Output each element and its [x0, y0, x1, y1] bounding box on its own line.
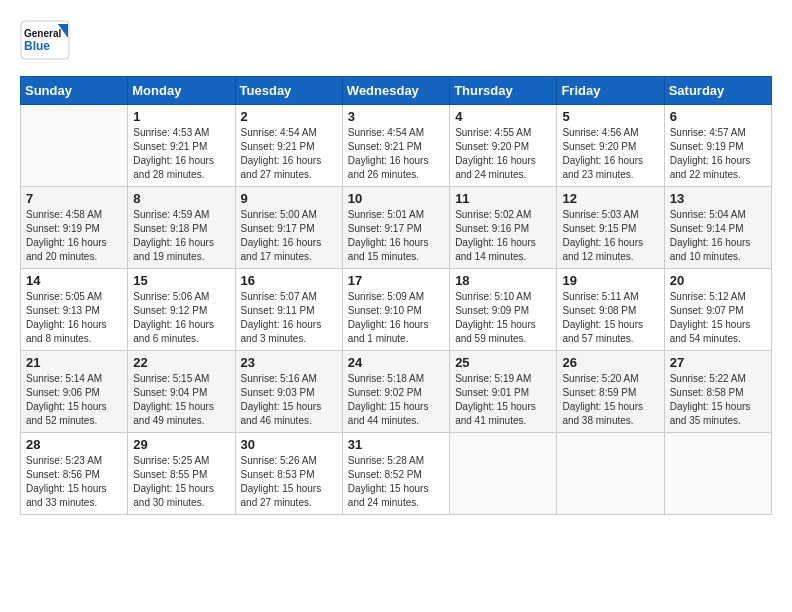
calendar-cell — [557, 433, 664, 515]
calendar-week-row: 21Sunrise: 5:14 AMSunset: 9:06 PMDayligh… — [21, 351, 772, 433]
day-info: Sunrise: 5:04 AMSunset: 9:14 PMDaylight:… — [670, 208, 766, 264]
calendar-cell — [21, 105, 128, 187]
column-header-friday: Friday — [557, 77, 664, 105]
calendar-cell: 17Sunrise: 5:09 AMSunset: 9:10 PMDayligh… — [342, 269, 449, 351]
day-number: 30 — [241, 437, 337, 452]
day-info: Sunrise: 5:15 AMSunset: 9:04 PMDaylight:… — [133, 372, 229, 428]
calendar-cell: 22Sunrise: 5:15 AMSunset: 9:04 PMDayligh… — [128, 351, 235, 433]
day-number: 17 — [348, 273, 444, 288]
day-number: 4 — [455, 109, 551, 124]
day-info: Sunrise: 5:12 AMSunset: 9:07 PMDaylight:… — [670, 290, 766, 346]
day-info: Sunrise: 5:23 AMSunset: 8:56 PMDaylight:… — [26, 454, 122, 510]
calendar-cell: 3Sunrise: 4:54 AMSunset: 9:21 PMDaylight… — [342, 105, 449, 187]
calendar-cell: 27Sunrise: 5:22 AMSunset: 8:58 PMDayligh… — [664, 351, 771, 433]
day-number: 10 — [348, 191, 444, 206]
calendar-cell: 1Sunrise: 4:53 AMSunset: 9:21 PMDaylight… — [128, 105, 235, 187]
day-info: Sunrise: 5:16 AMSunset: 9:03 PMDaylight:… — [241, 372, 337, 428]
day-number: 5 — [562, 109, 658, 124]
day-number: 25 — [455, 355, 551, 370]
day-number: 29 — [133, 437, 229, 452]
day-info: Sunrise: 4:54 AMSunset: 9:21 PMDaylight:… — [241, 126, 337, 182]
calendar-cell — [664, 433, 771, 515]
day-info: Sunrise: 5:02 AMSunset: 9:16 PMDaylight:… — [455, 208, 551, 264]
page-header: General Blue — [20, 20, 772, 60]
column-header-wednesday: Wednesday — [342, 77, 449, 105]
day-number: 16 — [241, 273, 337, 288]
day-info: Sunrise: 5:06 AMSunset: 9:12 PMDaylight:… — [133, 290, 229, 346]
column-header-saturday: Saturday — [664, 77, 771, 105]
day-info: Sunrise: 5:09 AMSunset: 9:10 PMDaylight:… — [348, 290, 444, 346]
day-number: 22 — [133, 355, 229, 370]
column-header-monday: Monday — [128, 77, 235, 105]
day-number: 15 — [133, 273, 229, 288]
calendar-cell: 7Sunrise: 4:58 AMSunset: 9:19 PMDaylight… — [21, 187, 128, 269]
calendar-cell: 29Sunrise: 5:25 AMSunset: 8:55 PMDayligh… — [128, 433, 235, 515]
day-info: Sunrise: 5:26 AMSunset: 8:53 PMDaylight:… — [241, 454, 337, 510]
day-info: Sunrise: 5:20 AMSunset: 8:59 PMDaylight:… — [562, 372, 658, 428]
calendar-header-row: SundayMondayTuesdayWednesdayThursdayFrid… — [21, 77, 772, 105]
day-info: Sunrise: 5:18 AMSunset: 9:02 PMDaylight:… — [348, 372, 444, 428]
day-number: 27 — [670, 355, 766, 370]
calendar-cell: 5Sunrise: 4:56 AMSunset: 9:20 PMDaylight… — [557, 105, 664, 187]
calendar-cell: 23Sunrise: 5:16 AMSunset: 9:03 PMDayligh… — [235, 351, 342, 433]
day-info: Sunrise: 4:54 AMSunset: 9:21 PMDaylight:… — [348, 126, 444, 182]
day-info: Sunrise: 5:07 AMSunset: 9:11 PMDaylight:… — [241, 290, 337, 346]
calendar-cell: 13Sunrise: 5:04 AMSunset: 9:14 PMDayligh… — [664, 187, 771, 269]
day-info: Sunrise: 5:14 AMSunset: 9:06 PMDaylight:… — [26, 372, 122, 428]
day-number: 3 — [348, 109, 444, 124]
day-info: Sunrise: 4:59 AMSunset: 9:18 PMDaylight:… — [133, 208, 229, 264]
calendar-cell: 21Sunrise: 5:14 AMSunset: 9:06 PMDayligh… — [21, 351, 128, 433]
calendar-cell: 25Sunrise: 5:19 AMSunset: 9:01 PMDayligh… — [450, 351, 557, 433]
calendar-cell: 12Sunrise: 5:03 AMSunset: 9:15 PMDayligh… — [557, 187, 664, 269]
day-number: 26 — [562, 355, 658, 370]
day-info: Sunrise: 4:56 AMSunset: 9:20 PMDaylight:… — [562, 126, 658, 182]
calendar-week-row: 7Sunrise: 4:58 AMSunset: 9:19 PMDaylight… — [21, 187, 772, 269]
calendar-cell: 6Sunrise: 4:57 AMSunset: 9:19 PMDaylight… — [664, 105, 771, 187]
day-info: Sunrise: 4:55 AMSunset: 9:20 PMDaylight:… — [455, 126, 551, 182]
calendar-cell: 26Sunrise: 5:20 AMSunset: 8:59 PMDayligh… — [557, 351, 664, 433]
calendar-cell: 9Sunrise: 5:00 AMSunset: 9:17 PMDaylight… — [235, 187, 342, 269]
day-number: 23 — [241, 355, 337, 370]
day-number: 14 — [26, 273, 122, 288]
calendar-week-row: 28Sunrise: 5:23 AMSunset: 8:56 PMDayligh… — [21, 433, 772, 515]
calendar-cell: 8Sunrise: 4:59 AMSunset: 9:18 PMDaylight… — [128, 187, 235, 269]
day-number: 18 — [455, 273, 551, 288]
day-number: 12 — [562, 191, 658, 206]
calendar-week-row: 14Sunrise: 5:05 AMSunset: 9:13 PMDayligh… — [21, 269, 772, 351]
day-number: 31 — [348, 437, 444, 452]
day-number: 24 — [348, 355, 444, 370]
calendar-cell — [450, 433, 557, 515]
day-number: 2 — [241, 109, 337, 124]
calendar-cell: 10Sunrise: 5:01 AMSunset: 9:17 PMDayligh… — [342, 187, 449, 269]
calendar-cell: 18Sunrise: 5:10 AMSunset: 9:09 PMDayligh… — [450, 269, 557, 351]
calendar-cell: 30Sunrise: 5:26 AMSunset: 8:53 PMDayligh… — [235, 433, 342, 515]
day-number: 9 — [241, 191, 337, 206]
day-info: Sunrise: 5:25 AMSunset: 8:55 PMDaylight:… — [133, 454, 229, 510]
day-info: Sunrise: 5:03 AMSunset: 9:15 PMDaylight:… — [562, 208, 658, 264]
day-number: 8 — [133, 191, 229, 206]
day-info: Sunrise: 5:28 AMSunset: 8:52 PMDaylight:… — [348, 454, 444, 510]
day-number: 7 — [26, 191, 122, 206]
day-info: Sunrise: 4:58 AMSunset: 9:19 PMDaylight:… — [26, 208, 122, 264]
column-header-tuesday: Tuesday — [235, 77, 342, 105]
calendar-cell: 16Sunrise: 5:07 AMSunset: 9:11 PMDayligh… — [235, 269, 342, 351]
day-number: 6 — [670, 109, 766, 124]
calendar-cell: 24Sunrise: 5:18 AMSunset: 9:02 PMDayligh… — [342, 351, 449, 433]
calendar-week-row: 1Sunrise: 4:53 AMSunset: 9:21 PMDaylight… — [21, 105, 772, 187]
day-info: Sunrise: 5:19 AMSunset: 9:01 PMDaylight:… — [455, 372, 551, 428]
day-number: 19 — [562, 273, 658, 288]
column-header-thursday: Thursday — [450, 77, 557, 105]
calendar-cell: 15Sunrise: 5:06 AMSunset: 9:12 PMDayligh… — [128, 269, 235, 351]
column-header-sunday: Sunday — [21, 77, 128, 105]
day-info: Sunrise: 4:53 AMSunset: 9:21 PMDaylight:… — [133, 126, 229, 182]
day-number: 28 — [26, 437, 122, 452]
day-number: 11 — [455, 191, 551, 206]
calendar-cell: 2Sunrise: 4:54 AMSunset: 9:21 PMDaylight… — [235, 105, 342, 187]
logo-icon: General Blue — [20, 20, 70, 60]
calendar-cell: 31Sunrise: 5:28 AMSunset: 8:52 PMDayligh… — [342, 433, 449, 515]
day-info: Sunrise: 5:05 AMSunset: 9:13 PMDaylight:… — [26, 290, 122, 346]
calendar-cell: 14Sunrise: 5:05 AMSunset: 9:13 PMDayligh… — [21, 269, 128, 351]
day-number: 1 — [133, 109, 229, 124]
svg-text:General: General — [24, 28, 61, 39]
day-info: Sunrise: 5:10 AMSunset: 9:09 PMDaylight:… — [455, 290, 551, 346]
